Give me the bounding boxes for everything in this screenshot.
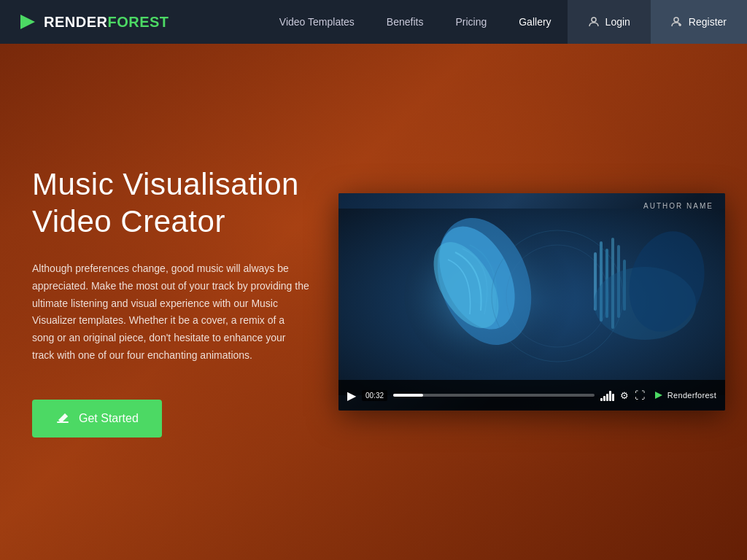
bar-3: [606, 394, 608, 401]
nav-links: Video Templates Benefits Pricing Gallery: [263, 0, 568, 44]
fullscreen-button[interactable]: ⛶: [635, 389, 645, 401]
nav-link-benefits[interactable]: Benefits: [371, 0, 440, 44]
nav-link-video-templates[interactable]: Video Templates: [263, 0, 371, 44]
logo-icon: [18, 12, 38, 32]
player-branding: Renderforest: [654, 390, 716, 400]
svg-point-2: [674, 18, 678, 22]
register-icon: [671, 16, 683, 28]
rf-logo-text: Renderforest: [667, 391, 716, 400]
svg-point-1: [592, 18, 596, 22]
video-content: AUTHOR NAME: [338, 193, 725, 411]
register-button[interactable]: Register: [651, 0, 747, 44]
hero-left: Music Visualisation Video Creator Althou…: [32, 166, 338, 438]
svg-marker-0: [20, 15, 35, 29]
logo-text: RENDERFOREST: [44, 14, 169, 31]
hero-content: Music Visualisation Video Creator Althou…: [0, 0, 747, 560]
hero-description: Although preferences change, good music …: [32, 260, 309, 365]
hero-section: Music Visualisation Video Creator Althou…: [0, 0, 747, 560]
svg-marker-21: [655, 392, 662, 399]
bar-5: [612, 394, 614, 401]
video-visual: [338, 193, 725, 411]
nav-link-pricing[interactable]: Pricing: [439, 0, 503, 44]
cta-label: Get Started: [79, 412, 139, 425]
progress-fill: [393, 394, 423, 397]
nav-auth: Login Register: [568, 0, 747, 44]
login-button[interactable]: Login: [568, 0, 651, 44]
hero-title: Music Visualisation Video Creator: [32, 166, 309, 240]
play-button[interactable]: ▶: [347, 389, 356, 402]
hero-right: AUTHOR NAME ▶ 00:32: [338, 193, 725, 411]
logo[interactable]: RENDERFOREST: [0, 12, 169, 32]
rf-logo-icon: [654, 390, 664, 400]
bar-2: [603, 396, 605, 401]
progress-bar[interactable]: [393, 394, 595, 397]
video-controls: ▶ 00:32 ⚙ ⛶: [338, 380, 725, 411]
navigation: RENDERFOREST Video Templates Benefits Pr…: [0, 0, 747, 44]
video-timestamp: 00:32: [362, 390, 387, 401]
signal-bars: [600, 389, 614, 401]
settings-button[interactable]: ⚙: [620, 390, 629, 401]
login-icon: [588, 16, 600, 28]
video-player: AUTHOR NAME ▶ 00:32: [338, 193, 725, 411]
video-author: AUTHOR NAME: [643, 202, 713, 210]
get-started-button[interactable]: Get Started: [32, 400, 162, 438]
nav-link-gallery[interactable]: Gallery: [503, 0, 567, 44]
bar-1: [600, 398, 603, 401]
bar-4: [609, 391, 611, 401]
svg-rect-5: [57, 421, 69, 423]
edit-icon: [55, 411, 70, 426]
